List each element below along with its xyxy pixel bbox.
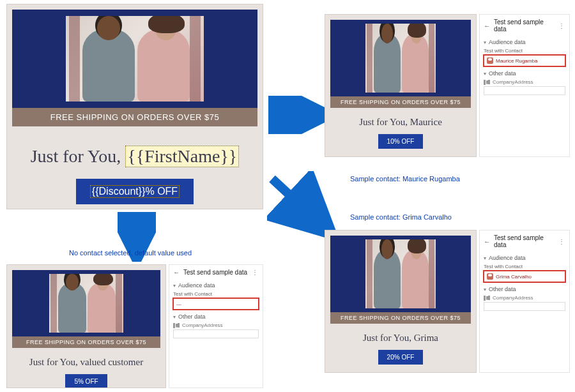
contact-icon [487, 57, 493, 64]
shipping-banner: FREE SHIPPING ON ORDERS OVER $75 [12, 108, 257, 126]
headline: Just for You, valued customer [7, 357, 165, 368]
hero-image [330, 20, 471, 96]
more-icon[interactable]: ⋮ [558, 22, 565, 29]
company-input[interactable] [173, 329, 259, 338]
discount-button[interactable]: {{Discount}}% OFF [76, 179, 194, 204]
email-preview-template: FREE SHIPPING ON ORDERS OVER $75 Just fo… [6, 4, 263, 209]
discount-token: {{Discount}}% OFF [90, 185, 180, 198]
headline-prefix: Just for You, [363, 333, 414, 343]
sample-data-panel-grima: ← Test send sample data ⋮ Audience data … [479, 230, 570, 373]
panel-title: Test send sample data [183, 269, 247, 276]
contact-value: Grima Carvalho [496, 274, 532, 280]
discount-button[interactable]: 10% OFF [378, 134, 424, 149]
email-preview-default: FREE SHIPPING ON ORDERS OVER $75 Just fo… [6, 264, 166, 388]
arrow-right-top [267, 96, 331, 134]
back-icon[interactable]: ← [484, 22, 490, 29]
audience-section[interactable]: Audience data [484, 39, 565, 45]
more-icon[interactable]: ⋮ [252, 269, 259, 276]
shipping-banner: FREE SHIPPING ON ORDERS OVER $75 [12, 336, 160, 348]
company-label: CompanyAddress [484, 79, 565, 85]
svg-line-1 [272, 179, 327, 230]
back-icon[interactable]: ← [173, 269, 180, 276]
more-icon[interactable]: ⋮ [558, 238, 565, 245]
headline: Just for You, Grima [325, 333, 476, 343]
resolved-name: valued customer [80, 357, 143, 367]
other-section[interactable]: Other data [484, 286, 565, 292]
hero-image [12, 270, 160, 336]
annotation-grima: Sample contact: Grima Carvalho [350, 213, 452, 221]
contact-icon [487, 273, 493, 280]
company-label: CompanyAddress [173, 322, 259, 328]
company-input[interactable] [484, 302, 565, 311]
hero-image [330, 236, 471, 312]
company-input[interactable] [484, 86, 565, 95]
shipping-banner: FREE SHIPPING ON ORDERS OVER $75 [330, 96, 471, 108]
headline: Just for You, {{FirstName}} [7, 146, 263, 167]
headline: Just for You, Maurice [325, 117, 476, 128]
annotation-maurice: Sample contact: Maurice Rugamba [350, 175, 460, 183]
hero-image [12, 10, 257, 108]
panel-title: Test send sample data [494, 234, 555, 248]
contact-label: Test with Contact [484, 48, 565, 54]
contact-label: Test with Contact [173, 291, 259, 297]
panel-title: Test send sample data [494, 19, 555, 33]
contact-input[interactable]: Grima Carvalho [484, 271, 565, 282]
audience-section[interactable]: Audience data [484, 255, 565, 261]
audience-section[interactable]: Audience data [173, 282, 259, 289]
contact-input[interactable]: --- [173, 298, 259, 310]
firstname-token[interactable]: {{FirstName}} [125, 146, 239, 167]
back-icon[interactable]: ← [484, 238, 490, 245]
annotation-default: No contact selected, default value used [69, 249, 192, 257]
headline-prefix: Just for You, [31, 146, 126, 166]
resolved-name: Grima [414, 333, 438, 343]
discount-button[interactable]: 20% OFF [378, 350, 424, 365]
email-preview-maurice: FREE SHIPPING ON ORDERS OVER $75 Just fo… [325, 14, 477, 157]
discount-button[interactable]: 5% OFF [65, 374, 107, 388]
other-section[interactable]: Other data [484, 70, 565, 77]
headline-prefix: Just for You, [29, 357, 80, 367]
sample-data-panel-maurice: ← Test send sample data ⋮ Audience data … [479, 14, 570, 157]
resolved-name: Maurice [410, 117, 442, 127]
email-preview-grima: FREE SHIPPING ON ORDERS OVER $75 Just fo… [325, 230, 477, 373]
headline-prefix: Just for You, [359, 117, 410, 127]
contact-input[interactable]: Maurice Rugamba [484, 55, 565, 66]
sample-data-panel-default: ← Test send sample data ⋮ Audience data … [169, 264, 263, 388]
shipping-banner: FREE SHIPPING ON ORDERS OVER $75 [330, 312, 471, 324]
other-section[interactable]: Other data [173, 313, 259, 320]
contact-value: --- [176, 301, 181, 307]
contact-label: Test with Contact [484, 264, 565, 269]
company-label: CompanyAddress [484, 295, 565, 301]
contact-value: Maurice Rugamba [496, 58, 537, 64]
